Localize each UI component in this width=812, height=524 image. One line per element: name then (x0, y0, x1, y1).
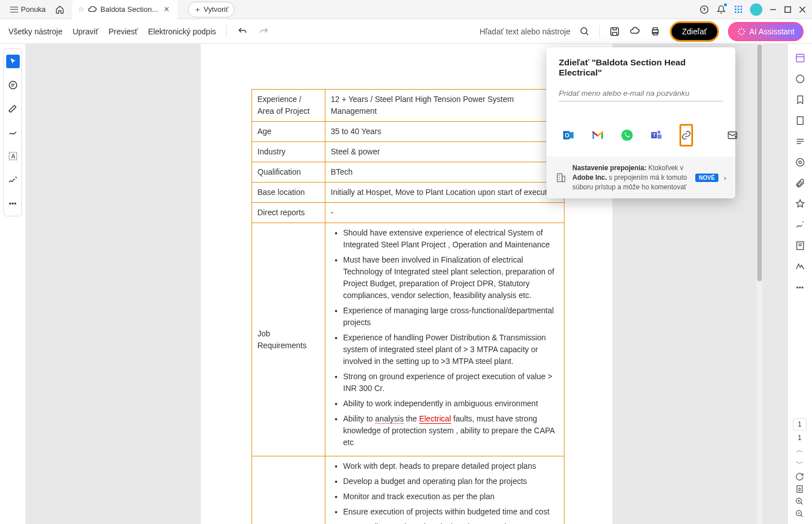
panel-icon[interactable] (794, 156, 806, 168)
page-navigation: 1 1 ︿ ﹀ (791, 418, 809, 518)
cell-value: Initially at Hospet, Move to Plant Locat… (325, 183, 564, 203)
svg-point-11 (9, 81, 17, 89)
panel-icon[interactable] (794, 219, 806, 231)
divider (599, 25, 600, 38)
list-item: Ability to analysis the Electrical fault… (343, 413, 558, 448)
svg-point-0 (700, 6, 708, 13)
maximize-icon[interactable] (784, 6, 792, 14)
edit-link[interactable]: Upraviť (73, 27, 99, 36)
cell-label: Age (251, 122, 325, 142)
hamburger-icon (10, 7, 18, 12)
svg-point-21 (798, 161, 801, 164)
help-icon[interactable] (699, 5, 709, 15)
whatsapp-icon[interactable] (621, 129, 633, 141)
svg-line-32 (801, 515, 802, 517)
list-item: Strong on ground experience of project e… (343, 371, 558, 394)
cell-label: Direct reports (251, 203, 325, 223)
list-item: Work with dept. heads to prepare detaile… (343, 460, 558, 472)
user-avatar[interactable] (750, 3, 762, 16)
left-tool-panel: A ••• (0, 44, 25, 524)
rotate-icon[interactable] (795, 472, 804, 481)
save-icon[interactable] (609, 26, 620, 37)
panel-icon[interactable] (794, 73, 806, 85)
apps-grid-icon[interactable] (733, 5, 743, 15)
svg-rect-16 (796, 54, 804, 62)
document-tab[interactable]: ☆ Baldota Section... ✕ (72, 0, 178, 19)
svg-rect-19 (797, 117, 803, 125)
svg-rect-7 (611, 28, 619, 35)
page-icon[interactable] (794, 114, 806, 127)
attachment-icon[interactable] (794, 177, 806, 189)
tab-close-icon[interactable]: ✕ (161, 5, 172, 14)
esign-link[interactable]: Elektronický podpis (148, 27, 216, 36)
plus-icon: ＋ (194, 5, 201, 15)
list-item: Experience of managing large cross-funct… (343, 305, 558, 328)
cell-value: Should have extensive experience of elec… (325, 223, 564, 456)
svg-rect-2 (785, 7, 791, 12)
undo-icon[interactable] (237, 26, 248, 37)
share-popover: Zdieľať "Baldota Section Head Electrical… (546, 47, 735, 198)
cell-value: Work with dept. heads to prepare detaile… (325, 456, 564, 525)
text-tool[interactable]: A (6, 149, 20, 163)
cell-label: Role and (251, 456, 325, 525)
convert-link[interactable]: Previesť (108, 27, 138, 36)
print-icon[interactable] (650, 26, 661, 37)
redo-icon[interactable] (258, 26, 270, 37)
list-item: Monitor and track execution as per the p… (343, 491, 558, 503)
fit-icon[interactable] (795, 485, 804, 494)
list-item: Must have been involved in Finalization … (343, 254, 558, 301)
chevron-right-icon[interactable]: › (724, 174, 726, 182)
svg-point-18 (796, 75, 804, 83)
outlook-icon[interactable]: O (562, 129, 575, 141)
ai-assistant-button[interactable]: AI Assisstant (728, 22, 804, 41)
minimize-icon[interactable] (769, 6, 777, 14)
cloud-save-icon[interactable] (629, 26, 641, 37)
close-icon[interactable] (798, 6, 806, 14)
invite-input[interactable] (559, 86, 723, 101)
gmail-icon[interactable] (592, 129, 604, 141)
create-label: Vytvoriť (204, 5, 228, 14)
page-down-icon[interactable]: ﹀ (796, 459, 804, 469)
cell-label: Job Requirements (251, 223, 325, 456)
bookmark-icon[interactable] (794, 94, 806, 106)
panel-icon[interactable] (794, 52, 806, 64)
svg-text:A: A (11, 153, 15, 159)
more-icon[interactable]: ••• (794, 281, 806, 294)
search-icon[interactable] (579, 26, 590, 37)
copy-link-icon[interactable] (679, 124, 693, 146)
highlight-tool[interactable] (6, 102, 20, 116)
zoom-out-icon[interactable] (795, 509, 804, 518)
scrollbar[interactable] (757, 44, 762, 524)
share-button[interactable]: Zdieľať (670, 21, 718, 42)
menu-label: Ponuka (21, 5, 46, 14)
teams-icon[interactable]: T (650, 129, 663, 141)
page-up-icon[interactable]: ︿ (796, 445, 804, 455)
page-current[interactable]: 1 (793, 418, 807, 430)
all-tools-link[interactable]: Všetky nástroje (8, 27, 63, 36)
svg-line-6 (586, 33, 589, 35)
list-item: Should have extensive experience of elec… (343, 227, 558, 251)
sign-tool[interactable] (6, 173, 20, 186)
create-button[interactable]: ＋ Vytvoriť (188, 2, 235, 17)
svg-point-5 (581, 28, 588, 34)
panel-icon[interactable] (794, 239, 806, 252)
popover-footer[interactable]: Nastavenie prepojenia: Ktokoľvek v Adobe… (546, 157, 735, 198)
cloud-icon (88, 6, 97, 13)
notification-icon[interactable] (716, 5, 726, 15)
menu-button[interactable]: Ponuka (6, 3, 50, 16)
panel-icon[interactable] (794, 135, 806, 148)
panel-icon[interactable] (794, 198, 806, 210)
cell-value: BTech (325, 162, 564, 183)
send-icon[interactable] (727, 129, 738, 141)
more-tools-icon[interactable]: ••• (6, 197, 20, 210)
star-icon[interactable]: ☆ (78, 5, 85, 14)
panel-icon[interactable] (794, 260, 806, 273)
home-icon[interactable] (55, 5, 65, 15)
comment-tool[interactable] (6, 78, 20, 92)
ai-label: AI Assisstant (749, 27, 795, 36)
select-tool[interactable] (6, 55, 20, 68)
scroll-thumb[interactable] (757, 45, 762, 281)
draw-tool[interactable] (6, 126, 20, 139)
zoom-in-icon[interactable] (795, 497, 804, 506)
svg-rect-40 (657, 134, 661, 139)
